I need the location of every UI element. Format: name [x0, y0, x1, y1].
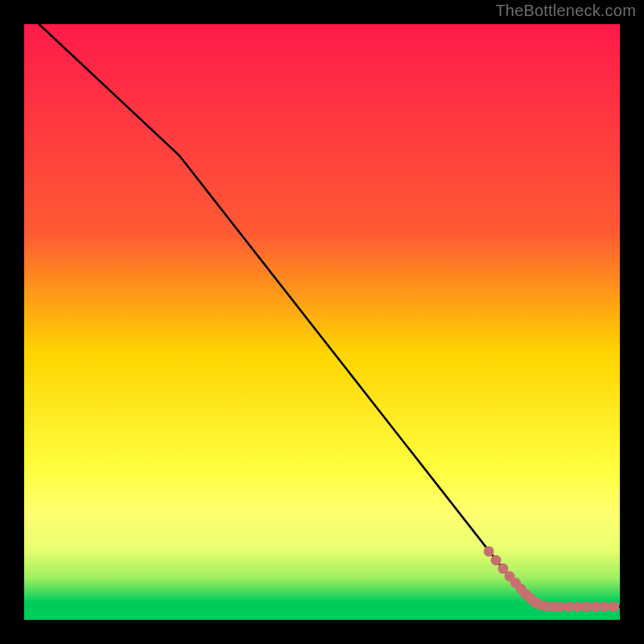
data-point	[484, 546, 494, 556]
data-point	[609, 601, 619, 612]
data-point	[591, 601, 601, 612]
data-point	[564, 601, 575, 612]
chart-stage: TheBottleneck.com	[0, 0, 644, 644]
data-point	[600, 601, 610, 612]
gradient-bg	[24, 24, 620, 620]
watermark-text: TheBottleneck.com	[495, 2, 636, 20]
data-point	[491, 555, 502, 566]
data-point	[582, 601, 592, 612]
data-point	[555, 601, 566, 612]
data-point	[573, 601, 584, 612]
plot-area	[24, 24, 620, 620]
plot-svg	[24, 24, 620, 620]
